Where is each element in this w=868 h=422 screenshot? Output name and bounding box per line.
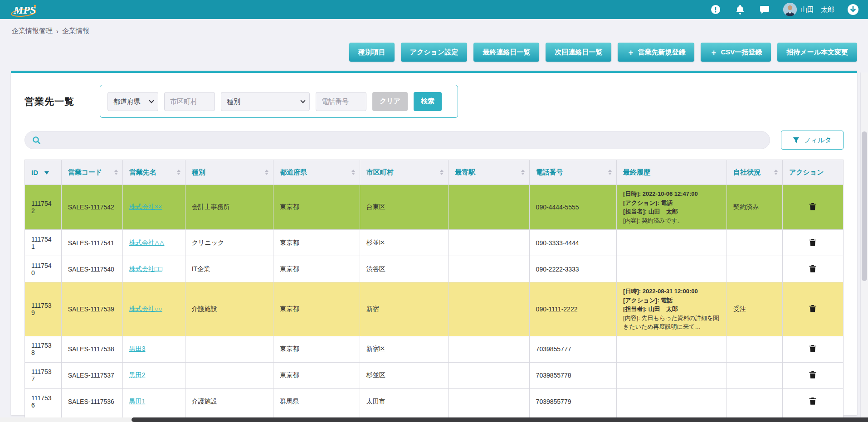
client-link[interactable]: 黒田1 [129, 398, 146, 405]
cell-action [782, 362, 843, 388]
horizontal-scrollbar-thumb[interactable] [132, 417, 868, 422]
sort-icon[interactable] [177, 170, 180, 175]
filter-button[interactable]: フィルタ [781, 131, 844, 150]
cell-prefecture: 東京都 [273, 362, 360, 388]
cell-prefecture: 東京都 [273, 185, 360, 230]
cell-station [449, 185, 529, 230]
col-header-status[interactable]: 自社状況 [727, 160, 782, 185]
button-label: 招待メール本文変更 [786, 48, 848, 57]
cell-station [449, 388, 529, 415]
cell-prefecture: 東京都 [273, 256, 360, 282]
cell-city: 杉並区 [360, 362, 449, 388]
search-input[interactable] [45, 136, 762, 144]
delete-button[interactable] [808, 304, 817, 313]
cell-phone: 090-2222-3333 [529, 256, 616, 282]
chat-icon[interactable] [759, 4, 770, 15]
cell-prefecture: 群馬県 [273, 388, 360, 415]
col-header-client-name[interactable]: 営業先名 [122, 160, 185, 185]
delete-button[interactable] [808, 370, 817, 379]
table-header-row: ID 営業コード 営業先名 種別 都道府県 市区町村 最寄駅 電話番号 最終履歴… [25, 160, 844, 185]
col-header-type[interactable]: 種別 [185, 160, 273, 185]
breadcrumb-current: 企業情報 [62, 27, 89, 35]
vertical-scrollbar-thumb[interactable] [862, 131, 867, 281]
clear-button[interactable]: クリア [372, 92, 408, 111]
cell-client-name: 株式会社△△ [122, 230, 185, 256]
cell-status: 受注 [727, 282, 782, 336]
action-settings-button[interactable]: アクション設定 [401, 43, 468, 62]
prefecture-select[interactable]: 都道府県 [107, 92, 158, 111]
breadcrumb-parent[interactable]: 企業情報管理 [12, 27, 53, 35]
cell-action [782, 256, 843, 282]
app-logo[interactable]: MPS [9, 1, 39, 18]
new-client-button[interactable]: ＋営業先新規登録 [618, 43, 694, 62]
table-row: 1117536 SALES-1117536 黒田1 介護施設 群馬県 太田市 7… [25, 388, 844, 415]
cell-action [782, 282, 843, 336]
csv-bulk-register-button[interactable]: ＋CSV一括登録 [701, 43, 771, 62]
col-header-id[interactable]: ID [25, 160, 62, 185]
invite-mail-edit-button[interactable]: 招待メール本文変更 [777, 43, 857, 62]
next-contact-list-button[interactable]: 次回連絡日一覧 [546, 43, 611, 62]
horizontal-scrollbar[interactable] [0, 417, 868, 422]
city-input[interactable] [164, 92, 215, 111]
cell-action [782, 185, 843, 230]
sort-icon[interactable] [774, 170, 778, 175]
toolbar: 種別項目 アクション設定 最終連絡日一覧 次回連絡日一覧 ＋営業先新規登録 ＋C… [0, 39, 868, 62]
logo-text: MPS [13, 4, 36, 16]
client-link[interactable]: 株式会社□□ [129, 265, 162, 272]
col-header-prefecture[interactable]: 都道府県 [273, 160, 360, 185]
cell-sales-code: SALES-1117536 [61, 388, 122, 415]
cell-prefecture: 東京都 [273, 336, 360, 362]
col-header-station[interactable]: 最寄駅 [449, 160, 529, 185]
sort-icon[interactable] [265, 170, 268, 175]
cell-sales-code: SALES-1117540 [61, 256, 122, 282]
delete-button[interactable] [808, 202, 817, 211]
sort-icon[interactable] [521, 170, 525, 175]
cell-phone: 7039855777 [529, 336, 616, 362]
cell-status [727, 336, 782, 362]
cell-history [617, 256, 727, 282]
col-header-phone[interactable]: 電話番号 [529, 160, 616, 185]
button-label: 営業先新規登録 [638, 48, 685, 57]
client-link[interactable]: 株式会社×× [129, 203, 162, 210]
sort-icon[interactable] [114, 170, 118, 175]
cell-city: 新宿区 [360, 336, 449, 362]
sort-icon[interactable] [440, 170, 444, 175]
table-row: 1117542 SALES-1117542 株式会社×× 会計士事務所 東京都 … [25, 185, 844, 230]
col-header-sales-code[interactable]: 営業コード [61, 160, 122, 185]
last-contact-list-button[interactable]: 最終連絡日一覧 [473, 43, 539, 62]
cell-sales-code: SALES-1117542 [61, 185, 122, 230]
phone-input[interactable] [316, 92, 366, 111]
vertical-scrollbar[interactable] [860, 73, 868, 422]
type-items-button[interactable]: 種別項目 [349, 43, 395, 62]
plus-icon: ＋ [627, 47, 634, 58]
client-link[interactable]: 株式会社△△ [129, 239, 165, 246]
notifications-bell-icon[interactable] [734, 4, 746, 15]
sort-desc-icon [44, 171, 49, 175]
delete-button[interactable] [808, 344, 817, 353]
delete-button[interactable] [808, 264, 817, 273]
client-link[interactable]: 黒田3 [129, 345, 146, 352]
type-select[interactable]: 種別 [221, 92, 310, 111]
cell-id: 1117542 [25, 185, 62, 230]
col-header-city[interactable]: 市区町村 [360, 160, 449, 185]
alert-icon[interactable] [710, 4, 722, 15]
cell-action [782, 336, 843, 362]
sort-icon[interactable] [608, 170, 612, 175]
cell-type: 会計士事務所 [185, 185, 273, 230]
cell-sales-code: SALES-1117541 [61, 230, 122, 256]
table-row: 1117541 SALES-1117541 株式会社△△ クリニック 東京都 杉… [25, 230, 844, 256]
cell-id: 1117541 [25, 230, 62, 256]
client-link[interactable]: 株式会社○○ [129, 305, 162, 312]
delete-button[interactable] [808, 238, 817, 247]
search-button[interactable]: 検索 [414, 92, 442, 111]
delete-button[interactable] [808, 396, 817, 406]
cell-history: [日時]: 2022-08-31 12:00:00 [アクション]: 電話 [担… [617, 282, 727, 336]
sort-icon[interactable] [351, 170, 355, 175]
circle-arrow-down-icon[interactable] [847, 4, 859, 15]
cell-id: 1117536 [25, 388, 62, 415]
cell-city: 新宿 [360, 282, 449, 336]
client-link[interactable]: 黒田2 [129, 371, 146, 378]
filter-button-label: フィルタ [804, 136, 831, 145]
cell-client-name: 黒田1 [122, 388, 185, 415]
user-menu[interactable]: 山田 太郎 [783, 3, 834, 16]
